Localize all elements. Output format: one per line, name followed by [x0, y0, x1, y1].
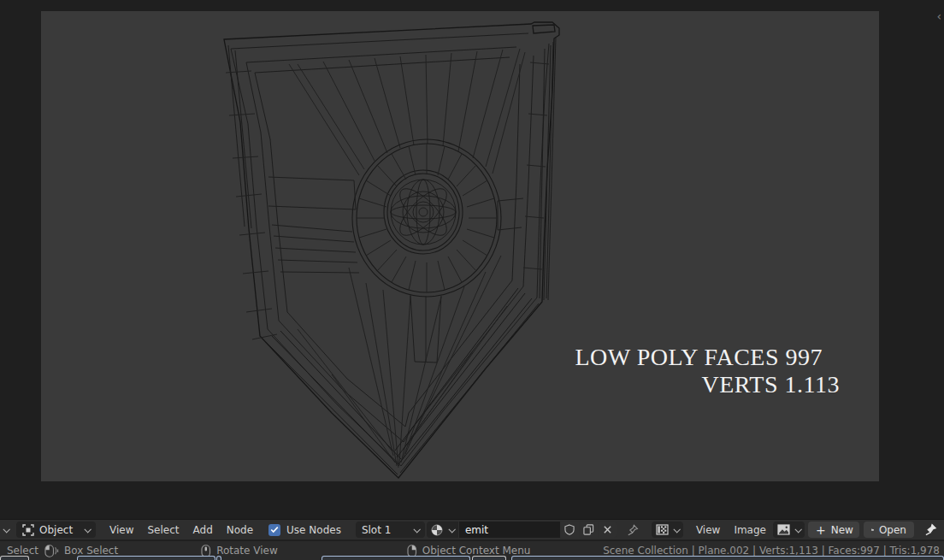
plus-icon: +: [816, 525, 826, 535]
mouse-middle-icon: [201, 545, 211, 557]
slot-dropdown-label: Slot 1: [362, 524, 391, 536]
open-button-label: Open: [879, 524, 906, 536]
pin-icon: [924, 523, 937, 536]
sidebar-collapse-arrow[interactable]: ‹: [936, 10, 941, 22]
pin-image-button[interactable]: [921, 522, 941, 538]
menu-image[interactable]: Image: [727, 522, 773, 538]
menu-node[interactable]: Node: [220, 522, 260, 538]
pin-icon: [627, 524, 639, 536]
use-nodes-label[interactable]: Use Nodes: [286, 524, 341, 536]
chevron-down-icon: [84, 526, 91, 533]
mode-dropdown[interactable]: Object: [16, 522, 96, 538]
chevron-down-icon: [448, 526, 455, 533]
keymap-hint-context-menu: Object Context Menu: [407, 545, 531, 557]
image-datablock-widget: + New Open: [773, 522, 944, 538]
pin-material-button[interactable]: [623, 522, 642, 538]
mode-dropdown-label: Object: [39, 524, 73, 536]
keymap-hint-label: Box Select: [64, 545, 118, 557]
unlink-data-button[interactable]: [599, 522, 617, 538]
keymap-hint-label: Rotate View: [216, 545, 278, 557]
new-image-button[interactable]: + New: [808, 522, 859, 538]
chevron-down-icon: [794, 526, 801, 533]
image-editor-viewport: LOW POLY FACES 997 VERTS 1.113 ‹: [0, 0, 944, 519]
scene-statistics: Scene Collection | Plane.002 | Verts:1,1…: [603, 545, 940, 557]
editor-type-chevron-stub[interactable]: [3, 526, 9, 533]
menu-add[interactable]: Add: [186, 522, 220, 538]
keymap-hint-label: Select: [7, 545, 38, 557]
material-datablock-widget: [427, 522, 617, 538]
menu-view-left[interactable]: View: [103, 522, 140, 538]
new-button-label: New: [831, 524, 853, 536]
check-icon: [270, 526, 279, 533]
slot-dropdown[interactable]: Slot 1: [356, 522, 425, 538]
material-sphere-icon: [431, 524, 443, 536]
fake-user-button[interactable]: [561, 522, 579, 538]
status-bar: Select Box Select Rotate View Object C: [0, 541, 944, 560]
copy-icon: [583, 524, 594, 535]
chevron-down-icon: [413, 526, 420, 533]
menu-select[interactable]: Select: [140, 522, 186, 538]
image-editor-icon: [656, 524, 669, 535]
close-icon: [603, 525, 612, 534]
editor-header-toolbar: Object View Select Add Node Use Nodes Sl…: [0, 519, 944, 540]
keymap-hint-label: Object Context Menu: [422, 545, 531, 557]
editor-type-dropdown[interactable]: [652, 522, 683, 538]
image-browse-icon: [777, 524, 790, 535]
material-browse-button[interactable]: [427, 522, 458, 538]
object-mode-icon: [22, 524, 34, 536]
duplicate-data-button[interactable]: [580, 522, 598, 538]
use-nodes-toggle[interactable]: Use Nodes: [268, 524, 341, 536]
keymap-hint-select: Select: [7, 545, 38, 557]
blender-window: LOW POLY FACES 997 VERTS 1.113 ‹ Object …: [0, 0, 944, 560]
folder-icon: [871, 525, 874, 534]
keymap-hint-rotate-view: Rotate View: [201, 545, 278, 557]
overlay-text-faces: LOW POLY FACES 997: [575, 344, 823, 371]
mouse-right-icon: [407, 545, 417, 557]
menu-view-right[interactable]: View: [689, 522, 727, 538]
chevron-down-icon: [673, 526, 680, 533]
mouse-left-drag-icon: [44, 545, 59, 557]
shield-icon: [564, 524, 575, 535]
checkbox-checked-icon[interactable]: [268, 524, 280, 536]
open-image-button[interactable]: Open: [864, 522, 914, 538]
overlay-text-verts: VERTS 1.113: [702, 371, 840, 398]
image-browse-dropdown[interactable]: [773, 522, 805, 538]
shield-wireframe: [41, 11, 879, 481]
rendered-image-canvas[interactable]: LOW POLY FACES 997 VERTS 1.113: [41, 11, 879, 481]
material-name-input[interactable]: [459, 522, 560, 538]
keymap-hint-box-select: Box Select: [44, 545, 118, 557]
